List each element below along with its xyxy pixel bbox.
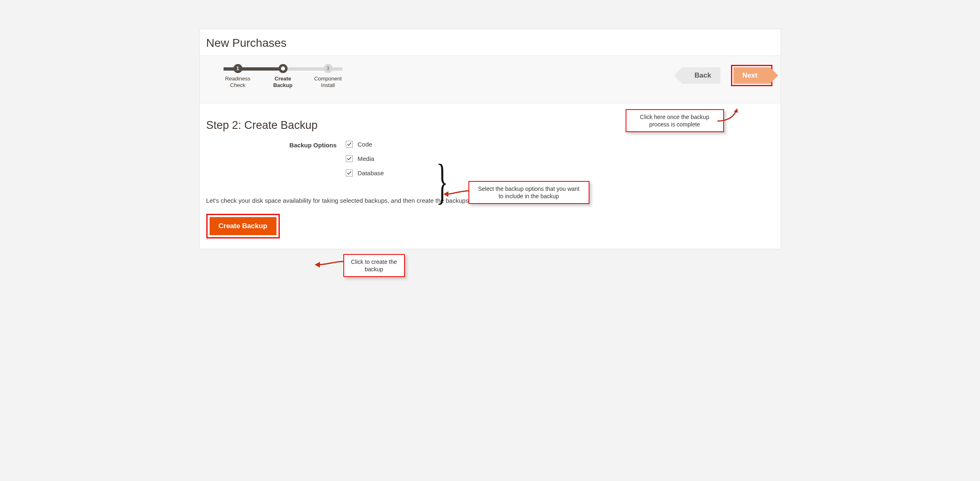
step-component-install[interactable]: 3 Component Install — [310, 64, 347, 89]
backup-options-label: Backup Options — [206, 141, 346, 149]
page-title: New Purchases — [200, 29, 781, 56]
checkbox-code[interactable] — [346, 141, 353, 148]
stepper: 1 Readiness Check Create Backup 3 Compon… — [219, 64, 347, 89]
backup-options-row: Backup Options Code Media Database — [206, 141, 774, 184]
option-label: Code — [358, 141, 372, 148]
callout-next: Click here once the backup process is co… — [626, 109, 724, 132]
setup-panel: New Purchases 1 Readiness Check Create B… — [199, 29, 781, 249]
create-button-highlight: Create Backup — [206, 214, 280, 238]
checkbox-database[interactable] — [346, 169, 353, 176]
step-label: Readiness Check — [219, 76, 256, 89]
stepper-bar: 1 Readiness Check Create Backup 3 Compon… — [200, 56, 781, 103]
create-backup-button[interactable]: Create Backup — [209, 217, 277, 236]
backup-options-list: Code Media Database — [346, 141, 384, 184]
arrow-to-create-icon — [313, 258, 345, 272]
callout-backup-options: Select the backup options that you want … — [468, 181, 589, 204]
back-button[interactable]: Back — [682, 67, 720, 84]
checkbox-media[interactable] — [346, 155, 353, 162]
step-number-icon: 1 — [233, 64, 242, 73]
step-label: Component Install — [310, 76, 347, 89]
arrow-to-options-icon — [442, 188, 471, 202]
nav-buttons: Back Next — [682, 65, 772, 86]
backup-option-database: Database — [346, 169, 384, 176]
step-number-icon: 3 — [324, 64, 333, 73]
backup-option-media: Media — [346, 155, 384, 162]
next-button[interactable]: Next — [733, 67, 770, 84]
option-label: Media — [358, 155, 375, 162]
backup-option-code: Code — [346, 141, 384, 148]
option-label: Database — [358, 169, 384, 176]
arrow-to-next-icon — [717, 106, 741, 124]
step-current-icon — [279, 64, 288, 73]
step-readiness-check[interactable]: 1 Readiness Check — [219, 64, 256, 89]
callout-create-backup: Click to create the backup — [343, 254, 405, 277]
step-label: Create Backup — [265, 76, 302, 89]
step-create-backup[interactable]: Create Backup — [265, 64, 302, 89]
next-button-highlight: Next — [731, 65, 772, 86]
